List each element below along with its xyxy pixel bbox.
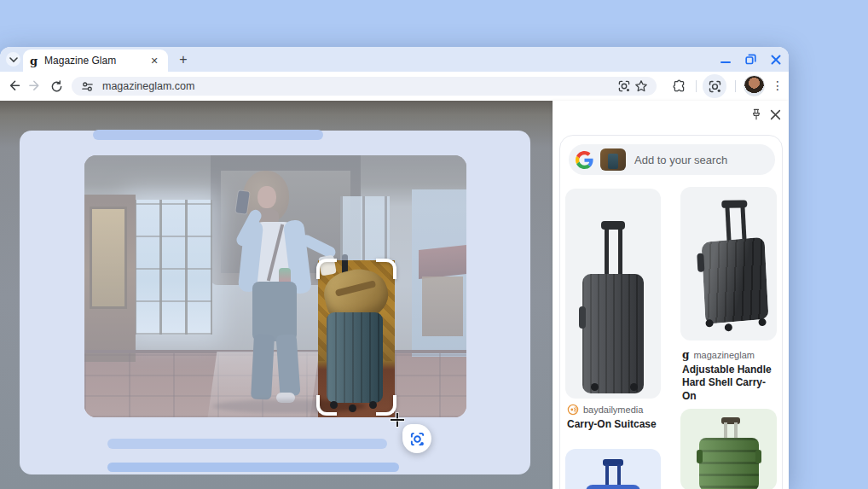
site-info-icon[interactable] bbox=[78, 78, 95, 95]
browser-window: g Magazine Glam ✕ + magazinegla bbox=[0, 47, 789, 489]
pin-panel-button[interactable] bbox=[749, 107, 764, 122]
suitcase-wheel bbox=[349, 405, 356, 412]
tab-favicon: g bbox=[30, 55, 38, 67]
lens-toolbar-button[interactable] bbox=[703, 74, 726, 98]
result-source: baydailymedia bbox=[583, 405, 643, 415]
browser-toolbar: magazineglam.com ⋮ bbox=[0, 72, 789, 101]
tab-magazine-glam[interactable]: g Magazine Glam ✕ bbox=[23, 49, 168, 72]
lens-fab-button[interactable] bbox=[402, 424, 431, 453]
forward-icon bbox=[29, 79, 43, 93]
toolbar-separator bbox=[696, 80, 697, 92]
reload-icon bbox=[50, 80, 63, 93]
lens-icon bbox=[409, 431, 425, 447]
tab-title: Magazine Glam bbox=[44, 55, 148, 67]
profile-avatar[interactable] bbox=[744, 75, 765, 96]
extensions-button[interactable] bbox=[671, 79, 686, 94]
result-title[interactable]: Carry-On Suitcase bbox=[567, 418, 661, 431]
query-thumbnail-suitcase bbox=[608, 154, 618, 169]
tab-strip: g Magazine Glam ✕ + bbox=[0, 47, 789, 72]
minimize-icon bbox=[720, 55, 731, 65]
result-title[interactable]: Adjustable Handle Hard Shell Carry-On bbox=[682, 364, 778, 403]
url-text: magazineglam.com bbox=[102, 80, 616, 92]
lens-search-bar[interactable]: Add to your search bbox=[569, 144, 775, 175]
result-source-row[interactable]: g magazineglam bbox=[682, 349, 755, 361]
result-image-green-suitcase[interactable] bbox=[680, 409, 777, 489]
google-logo bbox=[576, 151, 593, 169]
extensions-icon bbox=[672, 79, 686, 94]
article-photo[interactable] bbox=[84, 155, 466, 417]
tab-search-button[interactable] bbox=[6, 52, 20, 67]
selection-corner-tl[interactable] bbox=[316, 259, 337, 279]
skeleton-paragraph-1 bbox=[107, 439, 387, 449]
tab-close-icon[interactable]: ✕ bbox=[148, 54, 161, 67]
window-minimize-button[interactable] bbox=[716, 52, 735, 67]
lens-dim-right bbox=[395, 260, 466, 417]
lens-dim-top bbox=[84, 155, 466, 260]
crosshair-cursor bbox=[391, 413, 404, 427]
add-to-search-placeholder: Add to your search bbox=[634, 154, 727, 166]
forward-button[interactable] bbox=[28, 79, 43, 94]
lens-address-icon[interactable] bbox=[616, 78, 633, 95]
suitcase-body bbox=[327, 312, 383, 403]
result-source-row[interactable]: baydailymedia bbox=[567, 404, 643, 416]
close-panel-button[interactable] bbox=[767, 107, 783, 122]
new-tab-button[interactable]: + bbox=[175, 51, 192, 68]
skeleton-paragraph-2 bbox=[107, 463, 399, 472]
skeleton-headline bbox=[93, 130, 323, 140]
result-image-carry-on[interactable] bbox=[565, 189, 661, 399]
magazineglam-favicon: g bbox=[682, 349, 689, 361]
reload-button[interactable] bbox=[49, 79, 64, 94]
restore-icon bbox=[745, 54, 756, 65]
pin-icon bbox=[750, 108, 762, 120]
bookmark-star-icon[interactable] bbox=[633, 78, 650, 95]
result-image-blue-suitcase[interactable] bbox=[565, 449, 661, 489]
toolbar-separator-2 bbox=[735, 80, 736, 92]
page-viewport bbox=[0, 101, 553, 489]
baydailymedia-favicon bbox=[567, 404, 579, 416]
query-thumbnail bbox=[600, 148, 626, 171]
lens-side-panel: Add to your search baydailymedia Ca bbox=[553, 101, 789, 489]
selection-corner-bl[interactable] bbox=[316, 395, 337, 416]
window-restore-button[interactable] bbox=[741, 52, 760, 67]
selection-corner-tr[interactable] bbox=[376, 259, 396, 279]
lens-dim-left bbox=[84, 260, 318, 417]
back-button[interactable] bbox=[7, 79, 22, 94]
address-bar[interactable]: magazineglam.com bbox=[72, 77, 657, 96]
window-close-button[interactable] bbox=[767, 52, 785, 67]
close-icon bbox=[770, 109, 781, 120]
close-icon bbox=[771, 55, 781, 65]
chevron-down-icon bbox=[9, 55, 18, 64]
back-icon bbox=[8, 79, 21, 93]
browser-menu-button[interactable]: ⋮ bbox=[771, 77, 784, 94]
result-source: magazineglam bbox=[693, 350, 755, 360]
result-image-adjustable[interactable] bbox=[680, 187, 777, 341]
lens-icon bbox=[708, 79, 722, 94]
lens-results-card: Add to your search baydailymedia Ca bbox=[559, 135, 783, 489]
